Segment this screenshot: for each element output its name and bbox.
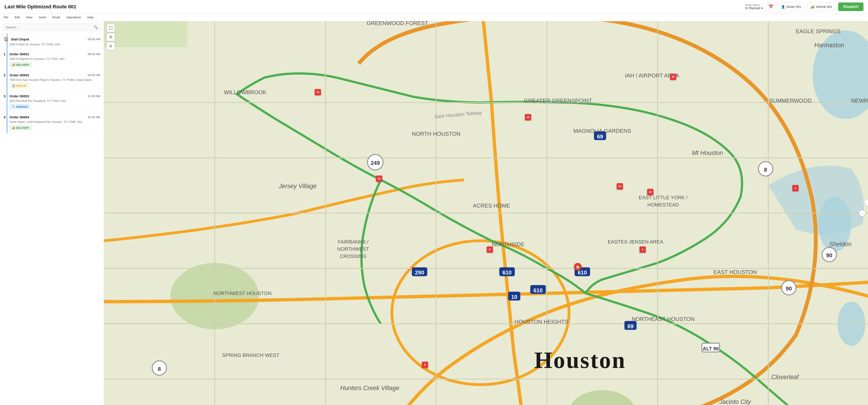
svg-text:610: 610 [578, 269, 587, 276]
svg-rect-5 [104, 21, 187, 47]
stop-number-4: 4 [4, 115, 8, 119]
svg-text:69: 69 [597, 134, 603, 140]
map-background: 249 290 610 610 610 10 69 69 8 90 [104, 21, 868, 405]
map-marker-10[interactable]: 10 [376, 175, 382, 182]
stop-badge-1: 🚚 DELIVERY [9, 62, 32, 67]
menu-operations[interactable]: Operations [66, 15, 82, 20]
stop-title-group-2: 2 Order 00002 [4, 73, 29, 77]
map-settings-button[interactable] [107, 33, 115, 41]
stop-badge-wrap-3: 🔧 SERVICE [9, 104, 100, 109]
svg-text:ACRES HOME: ACRES HOME [473, 203, 510, 209]
map-marker-1[interactable]: 1 [640, 246, 646, 253]
search-bar: 🔍 [0, 21, 104, 33]
map-marker-13[interactable]: 13 [617, 183, 623, 190]
map-marker-8[interactable]: 8 [422, 362, 428, 368]
svg-text:SUMMERWOOD: SUMMERWOOD [769, 98, 811, 104]
route-status-value[interactable]: Planned ▾ [745, 6, 763, 10]
map-marker-11[interactable]: 11 [315, 89, 321, 95]
menu-help[interactable]: Help [86, 15, 94, 20]
stop-depot[interactable]: 🏠 Start Depot 08:50 AM 2915 N Main St, H… [0, 33, 104, 49]
stop-name-4: Order 00004 [9, 115, 29, 119]
status-dot [745, 7, 747, 9]
header: Last Mile Optimized Route 001 Route Stat… [0, 0, 868, 13]
svg-text:WILLOWBROOK: WILLOWBROOK [224, 89, 267, 95]
menu-view[interactable]: View [25, 15, 33, 20]
home-icon: 🏠 [4, 37, 8, 41]
svg-text:NORTHWEST HOUSTON: NORTHWEST HOUSTON [213, 291, 272, 296]
svg-text:Jersey Village: Jersey Village [279, 183, 317, 190]
map-marker-14[interactable]: 14 [647, 189, 653, 195]
stop-address-depot: 2915 N Main St, Houston, TX 77009, USA [9, 43, 100, 46]
sidebar: 🔍 🏠 Start Depot 08:50 AM 2915 N Main St,… [0, 21, 104, 405]
map-location-button[interactable] [107, 42, 115, 50]
route-status-label: Route Status [745, 4, 760, 6]
menu-file[interactable]: File [3, 15, 9, 20]
svg-text:Jacinto City: Jacinto City [719, 399, 751, 405]
svg-text:Harmaston: Harmaston [814, 42, 844, 48]
header-controls: Route Status Planned ▾ 📅 Driver 001 Vehi… [745, 2, 864, 11]
svg-text:610: 610 [502, 269, 512, 276]
truck-icon [811, 5, 814, 8]
map-marker-15[interactable]: 15 [670, 74, 676, 80]
chevron-down-icon: ▾ [761, 6, 763, 10]
stop-1[interactable]: 1 Order 00001 09:00 AM 2802 N Wayside Dr… [0, 49, 104, 70]
svg-text:610: 610 [533, 287, 543, 294]
svg-text:90: 90 [786, 285, 792, 292]
stop-header-2: 2 Order 00002 09:30 AM [4, 73, 100, 77]
pickup-icon: 🔄 [12, 84, 16, 87]
stop-name-2: Order 00002 [9, 73, 29, 77]
stop-2[interactable]: 2 Order 00002 09:30 AM 7600 East Sam Hou… [0, 70, 104, 91]
menu-route[interactable]: Route [52, 15, 61, 20]
svg-text:290: 290 [415, 269, 424, 276]
menubar: File Edit View Insert Route Operations H… [0, 13, 868, 21]
svg-point-82 [110, 37, 112, 38]
svg-text:GREATER GREENSPOINT: GREATER GREENSPOINT [524, 98, 592, 104]
calendar-button[interactable]: 📅 [767, 2, 775, 11]
map-controls [107, 24, 115, 50]
stop-address-1: 2802 N Wayside Dr, Houston, TX 77020, US… [9, 57, 100, 61]
search-input-wrap: 🔍 [3, 24, 101, 31]
stop-badge-wrap-4: 🚚 DELIVERY [9, 125, 100, 130]
stop-address-4: Home Depot, 11820 Dickinson Rd, Houston,… [9, 121, 100, 124]
stop-name-1: Order 00001 [9, 52, 29, 56]
stop-badge-2: 🔄 PICKUP [9, 83, 29, 88]
map-marker-12[interactable]: 12 [525, 114, 531, 121]
svg-text:Sheldon: Sheldon [829, 241, 851, 247]
svg-text:FAIRBANKS /: FAIRBANKS / [338, 239, 369, 245]
stop-header-depot: 🏠 Start Depot 08:50 AM [4, 37, 100, 41]
svg-text:Hunters Creek Village: Hunters Creek Village [340, 385, 399, 392]
stop-time-depot: 08:50 AM [88, 37, 100, 41]
stop-name-depot: Start Depot [11, 37, 29, 41]
svg-text:249: 249 [371, 160, 380, 166]
menu-insert[interactable]: Insert [38, 15, 47, 20]
stop-header-4: 4 Order 00004 10:25 AM [4, 115, 100, 119]
vehicle-label: Vehicle 001 [816, 5, 832, 8]
svg-point-83 [110, 45, 112, 47]
truck-delivery-icon-4: 🚚 [12, 126, 16, 129]
page-title: Last Mile Optimized Route 001 [4, 4, 76, 10]
dispatch-button[interactable]: Dispatch [838, 2, 864, 11]
stop-3[interactable]: 3 Order 00003 10:00 AM 3815 Red Bluff Rd… [0, 91, 104, 112]
svg-text:NORTHWEST: NORTHWEST [337, 246, 369, 252]
map-expand-button[interactable] [107, 24, 115, 32]
stop-time-1: 09:00 AM [88, 53, 100, 56]
menu-edit[interactable]: Edit [14, 15, 21, 20]
person-icon [781, 5, 785, 8]
stop-badge-4: 🚚 DELIVERY [9, 125, 32, 130]
map-marker-home[interactable]: 🏠 [574, 263, 582, 271]
map-area: 249 290 610 610 610 10 69 69 8 90 [104, 21, 868, 405]
map-marker-9[interactable]: 9 [487, 246, 493, 253]
svg-text:NORTHEAST HOUSTON: NORTHEAST HOUSTON [631, 316, 694, 322]
driver-button[interactable]: Driver 001 [778, 2, 804, 11]
map-marker-2[interactable]: 2 [792, 185, 799, 191]
stop-time-4: 10:25 AM [88, 115, 100, 119]
vehicle-button[interactable]: Vehicle 001 [807, 2, 835, 11]
svg-text:EASTEX-JENSEN AREA: EASTEX-JENSEN AREA [608, 239, 663, 245]
svg-text:EAST LITTLE YORK /: EAST LITTLE YORK / [639, 195, 688, 200]
stop-4[interactable]: 4 Order 00004 10:25 AM Home Depot, 11820… [0, 112, 104, 133]
map-collapse-button[interactable]: › [859, 210, 865, 216]
route-status-text: Planned [749, 6, 760, 10]
search-input[interactable] [6, 25, 92, 29]
svg-text:10: 10 [511, 294, 517, 300]
svg-text:SPRING BRANCH WEST: SPRING BRANCH WEST [222, 352, 279, 358]
